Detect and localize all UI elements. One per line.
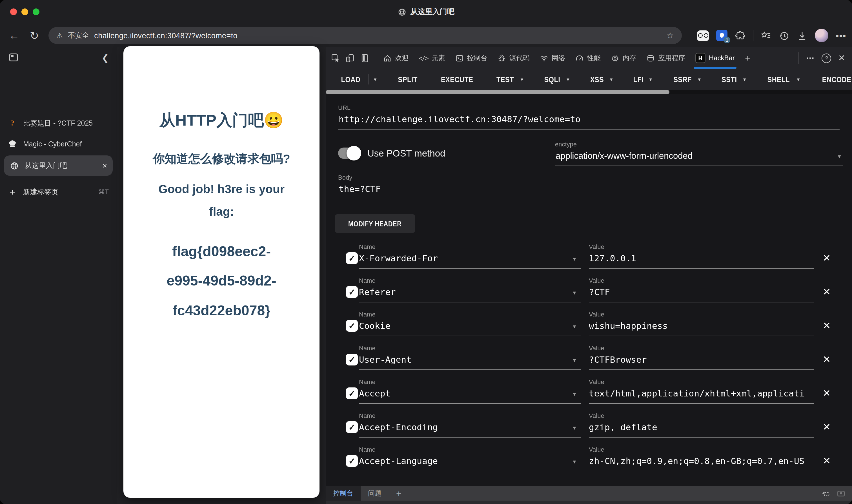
header-value-input[interactable]: 127.0.0.1	[589, 253, 812, 264]
address-bar[interactable]: ⚠ 不安全 challenge.ilovectf.cn:30487/?welco…	[49, 27, 682, 44]
devtools-tab-elements[interactable]: </> 元素	[414, 47, 450, 69]
profile-avatar[interactable]	[815, 29, 828, 42]
hackbar-menu-item[interactable]: LFI ▼	[632, 75, 653, 84]
header-name-input[interactable]: Cookie	[359, 321, 571, 331]
header-name-input[interactable]: Accept-Encoding	[359, 422, 571, 432]
devtools-more-icon[interactable]: ⋯	[806, 53, 815, 63]
header-row: ✓ Name Value Accept-Encoding ▼ gzip, def…	[326, 408, 852, 442]
chevron-down-icon: ▼	[572, 324, 577, 329]
remove-header-button[interactable]: ✕	[823, 354, 831, 365]
close-tab-icon[interactable]: ×	[103, 161, 107, 170]
page-message-line2: flag:	[123, 205, 319, 218]
sidebar-tab-active[interactable]: 从这里入门吧 ×	[4, 156, 113, 176]
url-field-label: URL	[338, 104, 840, 111]
devtools-tab-sources[interactable]: 源代码	[492, 47, 535, 69]
new-tab-button[interactable]: ＋ 新建标签页 ⌘T	[0, 182, 117, 202]
history-icon[interactable]	[779, 30, 789, 41]
drawer-resize-strip[interactable]	[326, 501, 852, 504]
globe-icon	[398, 7, 406, 16]
header-value-input[interactable]: ?CTF	[589, 287, 812, 297]
menu-item-label: ENCODE	[822, 75, 851, 84]
header-name-input[interactable]: User-Agent	[359, 355, 571, 365]
hackbar-menu-item[interactable]: ENCODE ▼	[819, 75, 852, 84]
hackbar-menu-item[interactable]: SSTI ▼	[720, 75, 747, 84]
reload-button[interactable]: ↻	[26, 27, 43, 44]
name-label: Name	[359, 345, 376, 352]
devtools-tab-console[interactable]: 控制台	[450, 47, 492, 69]
minimize-window-button[interactable]	[21, 8, 28, 15]
devtools-tab-welcome[interactable]: 欢迎	[378, 47, 414, 69]
remove-header-button[interactable]: ✕	[823, 320, 831, 332]
devtools-tab-application[interactable]: 应用程序	[641, 47, 690, 69]
remove-header-button[interactable]: ✕	[823, 421, 831, 433]
extensions-puzzle-icon[interactable]	[735, 30, 746, 41]
password-manager-extension-icon[interactable]: 1	[716, 30, 728, 41]
enctype-select[interactable]: enctype application/x-www-form-urlencode…	[555, 141, 843, 166]
restore-panel-icon[interactable]	[821, 489, 830, 498]
hackbar-menu-item[interactable]: SQLI ▼	[543, 75, 570, 84]
close-window-button[interactable]	[10, 8, 17, 15]
header-name-input[interactable]: Accept	[359, 389, 571, 399]
header-value-input[interactable]: wishu=happiness	[589, 321, 812, 331]
remove-header-button[interactable]: ✕	[823, 286, 831, 298]
zoom-window-button[interactable]	[33, 8, 39, 15]
post-method-toggle[interactable]	[338, 147, 360, 159]
remove-header-button[interactable]: ✕	[823, 388, 831, 399]
hackbar-hscrollbar-thumb[interactable]	[326, 90, 670, 94]
header-name-input[interactable]: X-Forwarded-For	[359, 253, 571, 264]
hackbar-menu-item[interactable]: SPLIT ▼	[396, 75, 419, 84]
dock-side-icon[interactable]	[357, 51, 372, 65]
extension-badge: 1	[724, 37, 730, 43]
name-underline	[359, 403, 581, 404]
device-toolbar-icon[interactable]	[343, 51, 357, 65]
drawer-tab-console[interactable]: 控制台	[326, 486, 361, 501]
sidebar-tab-ctf2025[interactable]: ? 比赛题目 - ?CTF 2025	[0, 114, 117, 133]
header-checkbox[interactable]: ✓	[346, 455, 358, 467]
add-devtools-tab-icon[interactable]: ＋	[740, 52, 755, 64]
remove-header-button[interactable]: ✕	[823, 252, 831, 264]
sidebar-tab-cyberchef[interactable]: Magic - CyberChef	[0, 134, 117, 154]
hackbar-menu-item[interactable]: TEST ▼	[495, 75, 524, 84]
tab-label: 欢迎	[395, 53, 408, 63]
goggles-extension-icon[interactable]	[697, 30, 709, 41]
header-checkbox[interactable]: ✓	[346, 286, 358, 298]
header-checkbox[interactable]: ✓	[346, 354, 358, 365]
tab-panel-icon[interactable]	[8, 52, 19, 63]
favorites-collections-icon[interactable]	[761, 30, 771, 41]
add-drawer-tab-icon[interactable]: ＋	[389, 486, 408, 501]
devtools-tab-network[interactable]: 网络	[535, 47, 570, 69]
drawer-tab-issues[interactable]: 问题	[361, 486, 389, 501]
modify-header-button[interactable]: MODIFY HEADER	[335, 214, 415, 233]
download-icon[interactable]	[797, 30, 807, 41]
devtools-tab-hackbar[interactable]: H HackBar	[690, 47, 740, 69]
tab-label: 从这里入门吧	[25, 161, 67, 170]
header-checkbox[interactable]: ✓	[346, 388, 358, 399]
url-field[interactable]: URL http://challenge.ilovectf.cn:30487/?…	[338, 104, 840, 129]
header-checkbox[interactable]: ✓	[346, 421, 358, 433]
header-name-input[interactable]: Accept-Language	[359, 456, 571, 466]
header-checkbox[interactable]: ✓	[346, 320, 358, 332]
devtools-close-icon[interactable]: ✕	[838, 53, 845, 63]
header-value-input[interactable]: gzip, deflate	[589, 422, 812, 432]
header-checkbox[interactable]: ✓	[346, 252, 358, 264]
remove-header-button[interactable]: ✕	[823, 455, 831, 467]
header-value-input[interactable]: text/html,application/xhtml+xml,applicat…	[589, 389, 812, 399]
bookmark-star-icon[interactable]: ☆	[666, 31, 674, 40]
devtools-help-icon[interactable]: ?	[822, 53, 831, 63]
hackbar-menu-item[interactable]: XSS ▼	[589, 75, 614, 84]
hackbar-menu-item[interactable]: SSRF ▼	[672, 75, 701, 84]
back-button[interactable]: ←	[6, 27, 22, 44]
hackbar-menu-item[interactable]: LOAD ▼	[339, 74, 378, 85]
collapse-sidebar-chevron[interactable]: ❮	[102, 53, 109, 63]
hackbar-menu-item[interactable]: EXECUTE ▼	[438, 75, 476, 84]
devtools-tab-performance[interactable]: 性能	[570, 47, 606, 69]
inspect-element-icon[interactable]	[328, 51, 343, 65]
devtools-tab-memory[interactable]: 内存	[606, 47, 641, 69]
header-name-input[interactable]: Referer	[359, 287, 571, 297]
hackbar-menu-item[interactable]: SHELL ▼	[765, 75, 801, 84]
expand-drawer-icon[interactable]	[837, 489, 845, 498]
browser-menu-icon[interactable]: •••	[836, 31, 846, 40]
header-value-input[interactable]: ?CTFBrowser	[589, 355, 812, 365]
body-field[interactable]: Body the=?CTF	[338, 174, 840, 199]
header-value-input[interactable]: zh-CN,zh;q=0.9,en;q=0.8,en-GB;q=0.7,en-U…	[589, 456, 812, 466]
